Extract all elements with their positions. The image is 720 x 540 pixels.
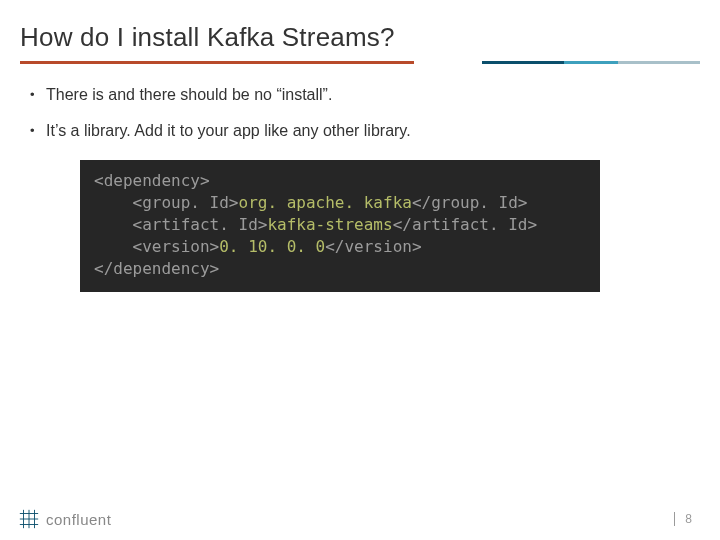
bullet-list: • There is and there should be no “insta…: [0, 84, 720, 142]
page-number: 8: [685, 512, 692, 526]
brand-name: confluent: [46, 511, 111, 528]
page-number-area: 8: [674, 512, 692, 526]
bullet-icon: •: [30, 84, 46, 106]
brand-logo: confluent: [18, 508, 111, 530]
bullet-icon: •: [30, 120, 46, 142]
code-tag: <version>: [94, 237, 219, 256]
slide-title: How do I install Kafka Streams?: [20, 22, 700, 53]
divider-icon: [674, 512, 675, 526]
bullet-text: It’s a library. Add it to your app like …: [46, 120, 411, 142]
footer: confluent 8: [0, 508, 720, 530]
confluent-icon: [18, 508, 40, 530]
code-value: org. apache. kafka: [239, 193, 412, 212]
bullet-text: There is and there should be no “install…: [46, 84, 332, 106]
title-area: How do I install Kafka Streams?: [0, 0, 720, 64]
code-value: kafka-streams: [267, 215, 392, 234]
slide: How do I install Kafka Streams? • There …: [0, 0, 720, 540]
code-value: 0. 10. 0. 0: [219, 237, 325, 256]
code-tag: <dependency>: [94, 171, 210, 190]
code-tag: <group. Id>: [94, 193, 239, 212]
list-item: • It’s a library. Add it to your app lik…: [30, 120, 700, 142]
code-tag: </dependency>: [94, 259, 219, 278]
accent-line: [20, 61, 700, 64]
code-tag: </artifact. Id>: [393, 215, 538, 234]
code-tag: <artifact. Id>: [94, 215, 267, 234]
code-tag: </version>: [325, 237, 421, 256]
list-item: • There is and there should be no “insta…: [30, 84, 700, 106]
code-block: <dependency> <group. Id>org. apache. kaf…: [80, 160, 600, 292]
code-tag: </group. Id>: [412, 193, 528, 212]
